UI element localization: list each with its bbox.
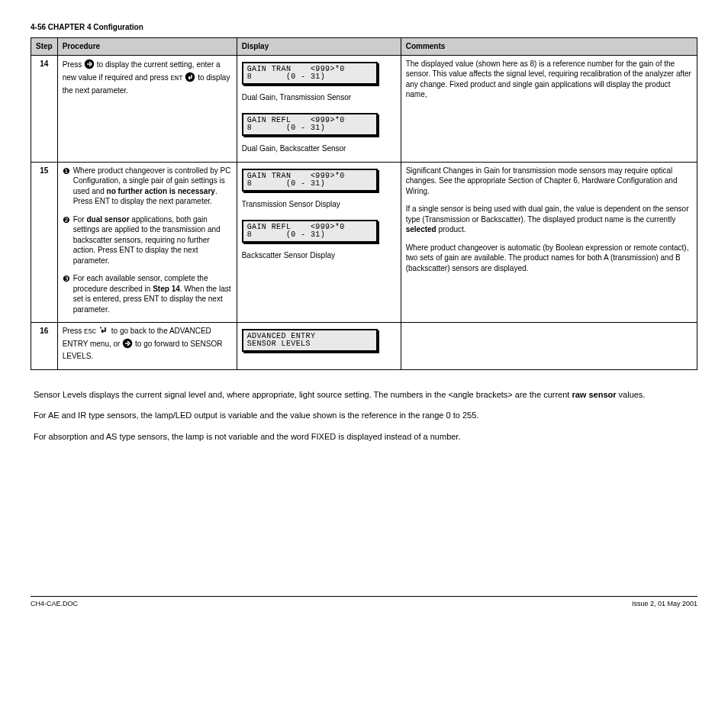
lcd-caption: Backscatter Sensor Display	[242, 250, 396, 261]
table-row: 14 Press to display the current setting,…	[31, 55, 697, 162]
enter-icon	[185, 72, 195, 85]
display-cell: GAIN TRAN <999>*08 (0 - 31) Transmission…	[237, 162, 401, 323]
comments-cell: The displayed value (shown here as 8) is…	[401, 55, 697, 162]
procedure-table: Step Procedure Display Comments 14 Press…	[31, 37, 697, 370]
comments-cell	[401, 323, 697, 370]
display-cell: GAIN TRAN <999>*08 (0 - 31) Dual Gain, T…	[237, 55, 401, 162]
page-header: 4-56 CHAPTER 4 Configuration	[31, 23, 697, 31]
right-arrow-icon	[84, 59, 95, 72]
lcd-caption: Transmission Sensor Display	[242, 199, 396, 210]
col-header-comments: Comments	[401, 38, 697, 56]
body-paragraph: For AE and IR type sensors, the lamp/LED…	[34, 410, 694, 422]
bullet-one-icon: ❶	[63, 166, 70, 207]
right-arrow-icon	[122, 338, 133, 352]
col-header-step: Step	[31, 38, 58, 56]
col-header-procedure: Procedure	[57, 38, 237, 56]
esc-label: ESC	[84, 327, 96, 337]
bullet-two-icon: ❷	[63, 214, 70, 266]
bullet-three-icon: ❸	[63, 273, 70, 314]
procedure-cell: Press ESC to go back to the ADVANCED ENT…	[57, 323, 237, 370]
lcd-display: GAIN REFL <999>*08 (0 - 31)	[242, 220, 378, 243]
lcd-display: ADVANCED ENTRYSENSOR LEVELS	[242, 329, 378, 352]
svg-point-3	[100, 327, 101, 329]
lcd-caption: Dual Gain, Transmission Sensor	[242, 92, 396, 103]
body-paragraph: Sensor Levels displays the current signa…	[34, 389, 694, 401]
procedure-cell: Press to display the current setting, en…	[57, 55, 237, 162]
ent-label: ENT	[170, 74, 182, 83]
step-number: 14	[31, 55, 58, 162]
body-paragraph: For absorption and AS type sensors, the …	[34, 431, 694, 443]
footer-right: Issue 2, 01 May 2001	[632, 600, 697, 607]
esc-icon	[98, 326, 109, 338]
step-number: 15	[31, 162, 58, 323]
table-row: 15 ❶ Where product changeover is control…	[31, 162, 697, 323]
procedure-cell: ❶ Where product changeover is controlled…	[57, 162, 237, 323]
col-header-display: Display	[237, 38, 401, 56]
lcd-display: GAIN REFL <999>*08 (0 - 31)	[242, 113, 378, 136]
lcd-display: GAIN TRAN <999>*08 (0 - 31)	[242, 62, 378, 85]
page-footer: CH4-CAE.DOC Issue 2, 01 May 2001	[31, 596, 697, 607]
lcd-display: GAIN TRAN <999>*08 (0 - 31)	[242, 169, 378, 192]
lcd-caption: Dual Gain, Backscatter Sensor	[242, 143, 396, 154]
footer-left: CH4-CAE.DOC	[31, 600, 78, 607]
svg-point-1	[185, 72, 195, 82]
table-row: 16 Press ESC to go back to the ADVANCED …	[31, 323, 697, 370]
comments-cell: Significant Changes in Gain for transmis…	[401, 162, 697, 323]
display-cell: ADVANCED ENTRYSENSOR LEVELS	[237, 323, 401, 370]
step-number: 16	[31, 323, 58, 370]
